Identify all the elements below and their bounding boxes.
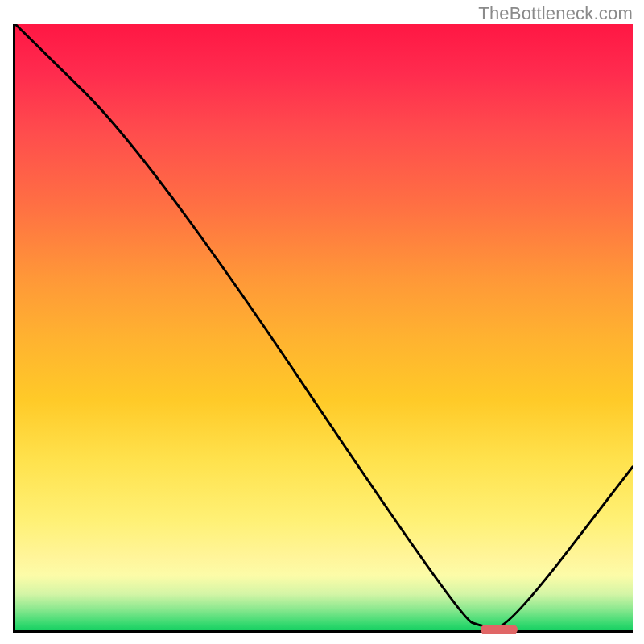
chart-frame: TheBottleneck.com — [0, 0, 644, 644]
plot-area — [13, 24, 633, 633]
optimal-range-marker — [481, 625, 518, 634]
bottleneck-curve — [15, 24, 633, 630]
watermark-text: TheBottleneck.com — [478, 3, 633, 24]
